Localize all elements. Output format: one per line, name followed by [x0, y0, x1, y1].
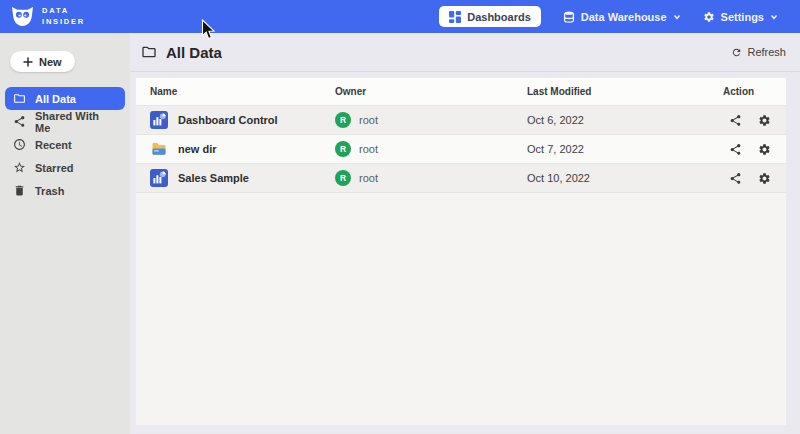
folder-outline-icon [141, 44, 157, 60]
body-layout: New All Data Shared With Me Recent Star [0, 33, 800, 434]
gear-icon[interactable] [758, 172, 771, 185]
brand: DATA INSIDER [10, 6, 85, 27]
brand-line1: DATA [42, 6, 85, 17]
column-header-owner: Owner [335, 86, 527, 97]
gear-icon[interactable] [758, 114, 771, 127]
owner-cell: R root [335, 170, 527, 186]
dashboards-button[interactable]: Dashboards [439, 6, 541, 27]
data-warehouse-label: Data Warehouse [581, 11, 667, 23]
table-row[interactable]: Sales Sample R root Oct 10, 2022 [136, 164, 786, 193]
sidebar-item-label: Shared With Me [35, 110, 117, 134]
plus-icon [23, 57, 33, 67]
last-modified-cell: Oct 7, 2022 [527, 143, 723, 155]
name-cell: Sales Sample [136, 169, 335, 187]
column-header-last-modified: Last Modified [527, 86, 723, 97]
refresh-label: Refresh [747, 46, 786, 58]
dashboard-file-icon [150, 111, 168, 129]
brand-name: DATA INSIDER [42, 6, 85, 27]
new-button-label: New [39, 56, 62, 68]
table-row[interactable]: new dir R root Oct 7, 2022 [136, 135, 786, 164]
column-header-action: Action [723, 86, 786, 97]
content-header: All Data Refresh [130, 33, 800, 72]
share-icon[interactable] [729, 143, 742, 156]
data-warehouse-menu[interactable]: Data Warehouse [563, 11, 681, 23]
last-modified-cell: Oct 6, 2022 [527, 114, 723, 126]
file-name: Dashboard Control [178, 114, 278, 126]
sidebar-item-starred[interactable]: Starred [5, 156, 125, 179]
name-cell: new dir [136, 140, 335, 158]
new-button[interactable]: New [10, 51, 75, 72]
sidebar-item-all-data[interactable]: All Data [5, 87, 125, 110]
dashboard-file-icon [150, 169, 168, 187]
sidebar-item-label: Starred [35, 162, 74, 174]
dashboards-label: Dashboards [467, 11, 531, 23]
owner-cell: R root [335, 112, 527, 128]
refresh-button[interactable]: Refresh [731, 46, 786, 58]
folder-icon [13, 92, 26, 105]
trash-icon [13, 184, 26, 197]
settings-menu[interactable]: Settings [703, 11, 778, 23]
file-name: new dir [178, 143, 217, 155]
actions-cell [723, 114, 786, 127]
sidebar-item-label: All Data [35, 93, 76, 105]
chevron-down-icon [770, 13, 778, 21]
settings-label: Settings [721, 11, 764, 23]
chevron-down-icon [673, 13, 681, 21]
page-title: All Data [166, 44, 222, 61]
database-icon [563, 11, 575, 23]
owner-avatar: R [335, 141, 351, 157]
share-icon[interactable] [729, 114, 742, 127]
refresh-icon [731, 47, 742, 58]
sidebar-menu: All Data Shared With Me Recent Starred T… [0, 87, 130, 202]
owner-name: root [359, 114, 378, 126]
name-cell: Dashboard Control [136, 111, 335, 129]
owner-name: root [359, 143, 378, 155]
folder-file-icon [150, 140, 168, 158]
clock-icon [13, 138, 26, 151]
main-panel: All Data Refresh Name Owner Last Modifie… [130, 33, 800, 434]
column-header-name: Name [136, 86, 335, 97]
owner-name: root [359, 172, 378, 184]
sidebar-item-label: Trash [35, 185, 64, 197]
star-icon [13, 161, 26, 174]
topbar: DATA INSIDER Dashboards Data Warehouse S… [0, 0, 800, 33]
owl-logo-icon [10, 6, 35, 27]
app-window: DATA INSIDER Dashboards Data Warehouse S… [0, 0, 800, 434]
brand-line2: INSIDER [42, 17, 85, 28]
sidebar-item-recent[interactable]: Recent [5, 133, 125, 156]
owner-avatar: R [335, 170, 351, 186]
owner-avatar: R [335, 112, 351, 128]
sidebar-item-label: Recent [35, 139, 72, 151]
gear-icon [703, 11, 715, 23]
share-icon [13, 115, 26, 128]
last-modified-cell: Oct 10, 2022 [527, 172, 723, 184]
sidebar-item-shared-with-me[interactable]: Shared With Me [5, 110, 125, 133]
owner-cell: R root [335, 141, 527, 157]
gear-icon[interactable] [758, 143, 771, 156]
topnav: Dashboards Data Warehouse Settings [439, 6, 778, 27]
actions-cell [723, 172, 786, 185]
table-row[interactable]: Dashboard Control R root Oct 6, 2022 [136, 106, 786, 135]
file-table: Name Owner Last Modified Action Dashboar… [136, 78, 786, 425]
table-header-row: Name Owner Last Modified Action [136, 78, 786, 106]
share-icon[interactable] [729, 172, 742, 185]
sidebar-item-trash[interactable]: Trash [5, 179, 125, 202]
dashboard-grid-icon [449, 11, 461, 23]
file-name: Sales Sample [178, 172, 249, 184]
actions-cell [723, 143, 786, 156]
sidebar: New All Data Shared With Me Recent Star [0, 33, 130, 434]
